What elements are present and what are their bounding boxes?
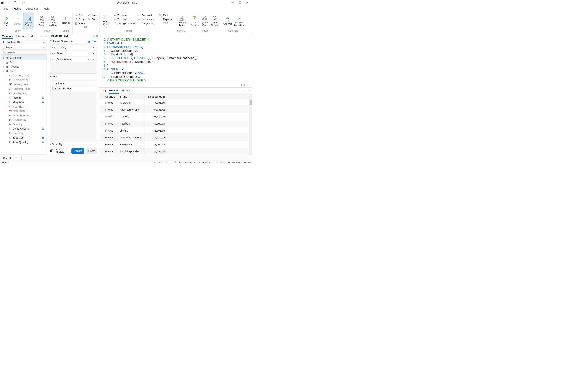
open-file-icon[interactable] (9, 1, 13, 4)
code-editor[interactable]: 123456789101112 /* START QUERY BUILDER *… (99, 34, 252, 83)
order-by-section[interactable]: ›Order By (50, 142, 97, 147)
tab-help[interactable]: Help (43, 6, 50, 12)
comment-button[interactable]: ≡Comment (136, 13, 155, 17)
chevron-down-icon[interactable]: ⌄ (247, 84, 249, 87)
tab-metadata[interactable]: Metadata (2, 34, 13, 39)
query-plan-button[interactable]: Query Plan (200, 13, 209, 29)
tree-node-productkey[interactable]: 1²₃ProductKey (1, 118, 47, 122)
maximize-button[interactable] (236, 0, 244, 5)
col-brand[interactable]: Brand (118, 94, 144, 99)
run-button[interactable]: Run ▾ (1, 13, 12, 29)
auto-update-toggle[interactable] (50, 150, 54, 152)
cancel-button[interactable]: Cancel (12, 13, 23, 29)
table-row[interactable]: FranceNorthwind Traders3,626.13 (99, 134, 249, 141)
tree-node-customerkey[interactable]: 1²₃CustomerKey (1, 78, 47, 82)
tab-functions[interactable]: Functions (15, 34, 27, 39)
edit-icon[interactable]: ✎ (87, 58, 90, 61)
paste-button[interactable]: 📋Paste (74, 21, 86, 25)
table-row[interactable]: FranceContoso68,582.19 (99, 113, 249, 120)
clear-cache-button[interactable]: Clear Cache (36, 13, 47, 29)
table-row[interactable]: FranceA. Datum4,735.60 (99, 99, 249, 106)
tree-node-quantity[interactable]: 1²₃Quantity (1, 122, 47, 127)
replace-button[interactable]: ⇄Replace (158, 17, 173, 21)
remove-filter-icon[interactable]: ✕ (92, 82, 94, 85)
overflow-icon[interactable]: ⋯ (246, 156, 251, 160)
cut-button[interactable]: ✂Cut (74, 13, 86, 17)
tree-node-netprice[interactable]: 1.2Net Price (1, 104, 47, 109)
table-row[interactable]: FranceProseware19,504.35 (99, 141, 249, 148)
col-sales[interactable]: Sales Amount (144, 94, 167, 99)
server-timings-button[interactable]: Server Timings (210, 13, 220, 29)
refresh-metadata-button[interactable]: Refresh Metadata (233, 13, 245, 29)
close-tab-icon[interactable]: ✕ (18, 157, 19, 159)
panel-float-icon[interactable]: ⎯ (41, 34, 42, 39)
tab-file[interactable]: File (3, 6, 9, 12)
table-row[interactable]: FranceFabrikam47,060.38 (99, 120, 249, 127)
tree-node-currency[interactable]: AᴮcCurrency Code (1, 73, 47, 78)
redo-button[interactable]: ↷Redo (86, 17, 98, 21)
uncomment-button[interactable]: ≢Uncomment (136, 17, 155, 21)
column-item-country[interactable]: AᴮcCountry✕ (50, 45, 96, 50)
all-queries-button[interactable]: All Queries (190, 13, 200, 29)
search-input[interactable]: 🔍 Search (1, 50, 47, 55)
tree-node-totalcost[interactable]: 1.2Total Cost🖩 (1, 135, 47, 140)
panel-pin-icon[interactable]: ⇲ (43, 34, 47, 39)
tree-node-sales[interactable]: ⌄▦Sales (1, 69, 47, 73)
tree-node-salesamount[interactable]: 1.2Sales Amount🖩 (1, 127, 47, 131)
tree-node-date[interactable]: ›▦Date (1, 60, 47, 64)
results-button[interactable]: Results ▾ (61, 13, 71, 29)
new-measure-button[interactable]: ▦₊New (88, 40, 97, 43)
column-item-brand[interactable]: AᴮcBrand✕ (50, 51, 96, 56)
debug-commas-button[interactable]: ,⁋Debug Commas (112, 21, 136, 25)
tree-node-linenumber[interactable]: 1²₃Line Number (1, 91, 47, 95)
panel-float-icon[interactable]: ⎯ (243, 89, 244, 94)
remove-icon[interactable]: ✕ (93, 46, 95, 49)
filter-op-select[interactable]: Is (53, 86, 61, 91)
remove-icon[interactable]: ✕ (93, 52, 95, 55)
tree-node-storekey[interactable]: 1²₃StoreKey (1, 131, 47, 135)
vertical-scrollbar[interactable] (249, 94, 252, 155)
filter-value-input[interactable] (62, 86, 97, 91)
save-icon[interactable] (13, 1, 17, 4)
clear-on-run-button[interactable]: Clear on Run (47, 13, 58, 29)
to-lower-button[interactable]: aTo Lower (112, 17, 136, 21)
tree-node-marginpct[interactable]: 1.2Margin %🖩 (1, 100, 47, 104)
tab-results[interactable]: Results (109, 89, 119, 94)
tab-advanced[interactable]: Advanced (25, 6, 39, 12)
load-perf-button[interactable]: Load Perf Data (175, 13, 188, 29)
tree-node-totalqty[interactable]: 1²₃Total Quantity🖩 (1, 140, 47, 144)
doc-tab-query1[interactable]: Query1.dax* ✕ (1, 156, 22, 160)
format-query-button[interactable]: Format Query ▾ (101, 13, 112, 29)
close-button[interactable] (244, 0, 251, 5)
tab-home[interactable]: Home (13, 6, 22, 12)
panel-pin-icon[interactable]: ⇲ (247, 89, 251, 94)
database-selector[interactable]: 🗄 Contoso 10K ⌄ (1, 40, 47, 44)
table-row[interactable]: FranceSouthridge Video23,553.64 (99, 148, 249, 155)
tree-node-orderdate[interactable]: 📅Order Date (1, 109, 47, 113)
tree-node-margin[interactable]: 1.2Margin🖩 (1, 95, 47, 100)
table-row[interactable]: FranceLitware33,553.39 (99, 127, 249, 134)
brightness-icon[interactable] (21, 1, 25, 4)
update-button[interactable]: Update (72, 148, 84, 153)
tab-dmv[interactable]: DMV (29, 34, 34, 39)
model-selector[interactable]: ⬚ Model ⌄ (1, 45, 47, 50)
undo-button[interactable]: ↶Undo (86, 13, 98, 17)
to-upper-button[interactable]: ATo Upper (112, 13, 136, 17)
tree-node-deliverydate[interactable]: 📅Delivery Date (1, 82, 47, 87)
merge-xml-button[interactable]: ‹/›Merge XML (136, 21, 155, 25)
find-button[interactable]: 🔍Find (158, 13, 173, 17)
minimize-button[interactable] (229, 0, 236, 5)
reset-button[interactable]: Reset (86, 148, 97, 153)
tree-node-product[interactable]: ›▦Product (1, 64, 47, 69)
tree-node-customer[interactable]: ›▦Customer (1, 56, 47, 60)
tab-log[interactable]: Log (101, 89, 106, 94)
tab-history[interactable]: History (122, 89, 131, 94)
connect-button[interactable]: Connect (222, 13, 233, 29)
column-item-sales[interactable]: 1.2Sales Amount✎✕ (50, 57, 96, 62)
tree-node-exchangerate[interactable]: 1.2Exchange Rate (1, 87, 47, 91)
query-builder-button[interactable]: Query Builder (23, 13, 34, 29)
copy-button[interactable]: ⧉Copy (74, 17, 86, 21)
new-file-icon[interactable] (5, 1, 9, 4)
tree-node-ordernumber[interactable]: 1²₃Order Number (1, 113, 47, 118)
remove-icon[interactable]: ✕ (93, 58, 95, 61)
